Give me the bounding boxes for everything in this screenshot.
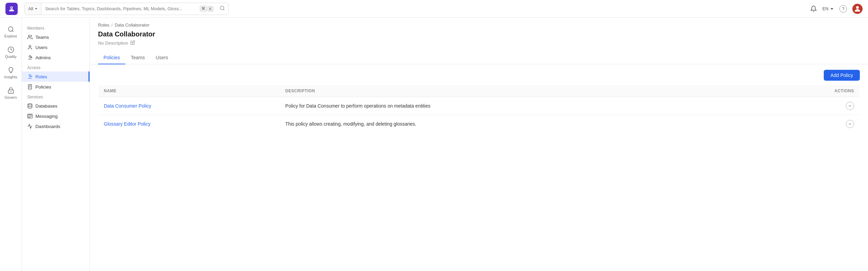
svg-point-12: [31, 57, 32, 58]
policies-table: NAME DESCRIPTION ACTIONS Data Consumer P…: [98, 85, 860, 133]
policy-actions-cell: [765, 115, 860, 133]
keyboard-shortcut: ⌘ K: [197, 6, 216, 12]
svg-rect-2: [11, 8, 13, 9]
content-area: Add Policy NAME DESCRIPTION ACTIONS Data…: [90, 64, 868, 271]
svg-point-13: [29, 75, 31, 76]
sidebar-item-users[interactable]: Users: [22, 42, 90, 52]
add-policy-button[interactable]: Add Policy: [824, 70, 860, 81]
sidebar-icon-rail: Explore Quality Insights Govern: [0, 18, 22, 271]
col-name: NAME: [98, 85, 280, 97]
search-bar[interactable]: All ⌘ K: [25, 3, 229, 15]
topnav: All ⌘ K EN ?: [0, 0, 868, 18]
tabs-bar: Policies Teams Users: [90, 51, 868, 64]
help-button[interactable]: ?: [839, 5, 847, 13]
svg-rect-14: [28, 84, 31, 89]
sidebar-item-messaging[interactable]: Messaging: [22, 111, 90, 121]
tab-users[interactable]: Users: [150, 51, 174, 64]
sidebar-item-admins[interactable]: Admins: [22, 52, 90, 63]
app-logo[interactable]: [5, 3, 18, 15]
policy-name-link[interactable]: Data Consumer Policy: [104, 103, 151, 109]
body-layout: Explore Quality Insights Govern Members …: [0, 18, 868, 271]
svg-point-4: [856, 6, 859, 9]
policy-desc-cell: This policy allows creating, modifying, …: [280, 115, 765, 133]
search-input[interactable]: [42, 3, 197, 15]
main-content: Roles / Data Collaborator Data Collabora…: [90, 18, 868, 271]
svg-point-5: [8, 27, 13, 31]
breadcrumb-current: Data Collaborator: [115, 22, 149, 28]
svg-point-3: [220, 6, 224, 10]
policy-name-link[interactable]: Glossary Editor Policy: [104, 121, 150, 127]
page-description: No Description: [98, 40, 860, 46]
services-section-label: Services: [22, 92, 90, 101]
breadcrumb-roles-link[interactable]: Roles: [98, 22, 109, 28]
topnav-right: EN ?: [810, 4, 863, 14]
svg-point-11: [29, 55, 31, 57]
table-row: Glossary Editor Policy This policy allow…: [98, 115, 860, 133]
add-policy-row: Add Policy: [98, 70, 860, 81]
table-row: Data Consumer Policy Policy for Data Con…: [98, 97, 860, 115]
search-filter-dropdown[interactable]: All: [25, 3, 42, 15]
page-header: Data Collaborator No Description: [90, 28, 868, 46]
breadcrumb: Roles / Data Collaborator: [90, 18, 868, 28]
svg-point-9: [28, 35, 30, 37]
sidebar-item-govern[interactable]: Govern: [0, 84, 21, 102]
remove-policy-button[interactable]: [846, 120, 854, 128]
notifications-icon[interactable]: [810, 5, 817, 12]
side-menu: Members Teams Users Admins Access Roles …: [22, 18, 90, 271]
sidebar-item-policies[interactable]: Policies: [22, 82, 90, 92]
policy-actions-cell: [765, 97, 860, 115]
sidebar-item-insights[interactable]: Insights: [0, 64, 21, 82]
policy-desc-cell: Policy for Data Consumer to perform oper…: [280, 97, 765, 115]
access-section-label: Access: [22, 63, 90, 71]
page-title: Data Collaborator: [98, 30, 860, 38]
tab-teams[interactable]: Teams: [125, 51, 150, 64]
sidebar-item-dashboards[interactable]: Dashboards: [22, 121, 90, 131]
svg-point-1: [11, 7, 12, 8]
user-avatar[interactable]: [852, 4, 863, 14]
sidebar-item-roles[interactable]: Roles: [22, 71, 90, 82]
sidebar-item-quality[interactable]: Quality: [0, 44, 21, 61]
language-selector[interactable]: EN: [822, 6, 834, 11]
policy-name-cell: Data Consumer Policy: [98, 97, 280, 115]
sidebar-item-teams[interactable]: Teams: [22, 32, 90, 42]
svg-point-10: [29, 45, 31, 47]
sidebar-item-explore[interactable]: Explore: [0, 23, 21, 41]
tab-policies[interactable]: Policies: [98, 51, 125, 64]
sidebar-item-databases[interactable]: Databases: [22, 101, 90, 111]
svg-point-18: [28, 103, 32, 105]
col-description: DESCRIPTION: [280, 85, 765, 97]
policy-name-cell: Glossary Editor Policy: [98, 115, 280, 133]
remove-policy-button[interactable]: [846, 102, 854, 110]
search-icon[interactable]: [216, 5, 228, 12]
col-actions: ACTIONS: [765, 85, 860, 97]
edit-description-icon[interactable]: [130, 40, 135, 46]
members-section-label: Members: [22, 23, 90, 32]
